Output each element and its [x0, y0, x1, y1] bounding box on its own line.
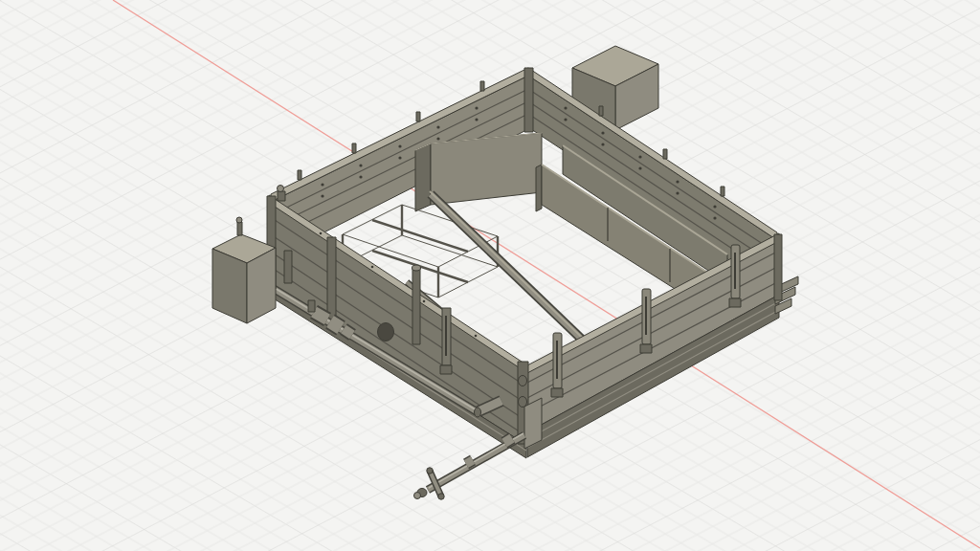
latch-hook: [640, 344, 652, 353]
cylinder-cap: [475, 408, 481, 417]
coupler-body[interactable]: [314, 312, 327, 320]
cad-viewport[interactable]: [0, 0, 980, 551]
latch-hook: [440, 365, 452, 374]
handle-end: [438, 494, 444, 499]
corner-post-right[interactable]: [774, 234, 782, 300]
box-front-face[interactable]: [431, 133, 542, 205]
shaft-end-knob: [414, 493, 421, 499]
latch-strap-small[interactable]: [284, 251, 292, 283]
shaft-collar: [466, 460, 473, 464]
stake-cap: [412, 265, 421, 271]
coupler-body[interactable]: [330, 321, 341, 328]
left-corner-knob[interactable]: [278, 186, 286, 202]
latch-hook: [551, 388, 563, 397]
latch-hook: [729, 298, 741, 307]
hinge-knuckle: [519, 397, 527, 408]
block-pin: [237, 222, 242, 235]
knob-head: [278, 186, 284, 192]
hinge-knuckle: [519, 376, 527, 386]
wall-stake[interactable]: [412, 268, 420, 344]
compartment-end-cap[interactable]: [536, 165, 542, 211]
ground-grid-family-b: [0, 0, 980, 551]
drain-hole[interactable]: [378, 323, 394, 342]
crank-bracket-plate[interactable]: [524, 398, 542, 449]
coupler-body[interactable]: [344, 329, 352, 335]
pipe-bracket: [308, 300, 315, 312]
box-end-face[interactable]: [415, 143, 431, 211]
knob-stub: [278, 191, 285, 201]
corner-post-back[interactable]: [524, 68, 533, 132]
block-pin-head: [236, 217, 242, 223]
handle-end: [427, 468, 433, 474]
shaft-collar: [504, 438, 512, 443]
